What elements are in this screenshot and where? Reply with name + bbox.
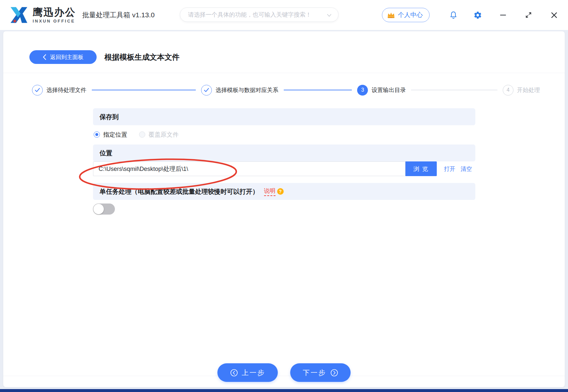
gear-icon (473, 11, 482, 20)
radio-specified-label: 指定位置 (103, 130, 127, 139)
brand: 鹰迅办公 INXUN OFFICE (8, 5, 76, 25)
path-links: 打开 清空 (444, 161, 475, 176)
function-search-select[interactable] (180, 8, 339, 22)
minimize-icon (500, 12, 506, 18)
page-header: 返回到主面板 根据模板生成文本文件 (3, 31, 565, 73)
step-indicator: 选择待处理文件 选择模板与数据对应关系 3 设置输出目录 4 开始处理 (3, 84, 565, 96)
search-input[interactable] (188, 11, 324, 18)
clear-path-link[interactable]: 清空 (461, 165, 472, 173)
previous-step-label: 上一步 (242, 368, 265, 377)
radio-unselected-icon[interactable] (139, 131, 145, 138)
page-title: 根据模板生成文本文件 (104, 52, 180, 62)
minimize-button[interactable] (497, 9, 509, 21)
help-question-icon[interactable]: ? (277, 188, 284, 195)
app-logo-icon (8, 5, 29, 25)
user-center-button[interactable]: 个人中心 (382, 8, 430, 22)
brand-name-cn: 鹰迅办公 (33, 7, 76, 18)
explanation-link[interactable]: 说明 (264, 187, 276, 196)
settings-form: 保存到 指定位置 覆盖原文件 位置 浏 览 打开 清空 单任务处理（电脑配置较差… (93, 108, 475, 215)
step-4-number: 4 (503, 85, 513, 96)
settings-button[interactable] (472, 9, 483, 21)
step-1-label: 选择待处理文件 (46, 86, 87, 94)
step-4-label: 开始处理 (517, 86, 540, 94)
single-task-label: 单任务处理（电脑配置较差或批量处理较慢时可以打开） (100, 187, 259, 196)
back-to-dashboard-button[interactable]: 返回到主面板 (29, 50, 97, 64)
step-connector (284, 90, 352, 90)
chevron-down-icon[interactable] (327, 14, 332, 17)
step-3-label: 设置输出目录 (371, 86, 406, 94)
single-task-header: 单任务处理（电脑配置较差或批量处理较慢时可以打开） 说明 ? (93, 183, 475, 200)
radio-specified-location[interactable]: 指定位置 (94, 130, 127, 139)
back-button-label: 返回到主面板 (50, 53, 84, 61)
chevron-left-icon (43, 54, 46, 60)
radio-selected-icon[interactable] (94, 131, 100, 138)
step-1-check-icon (32, 85, 43, 96)
step-2-check-icon (201, 85, 212, 96)
location-header: 位置 (93, 144, 475, 161)
next-step-button[interactable]: 下一步 (290, 363, 351, 382)
output-path-input[interactable] (93, 161, 405, 176)
save-to-options: 指定位置 覆盖原文件 (93, 130, 475, 139)
radio-overwrite-original[interactable]: 覆盖原文件 (139, 130, 179, 139)
crown-icon (387, 11, 395, 19)
resize-icon (525, 11, 532, 19)
open-folder-link[interactable]: 打开 (444, 165, 455, 173)
window-bottom-edge (0, 389, 568, 392)
maximize-button[interactable] (523, 9, 534, 21)
next-step-label: 下一步 (303, 368, 326, 377)
step-connector (92, 90, 196, 90)
notification-button[interactable] (448, 9, 459, 21)
step-4: 4 开始处理 (503, 85, 540, 96)
brand-name-en: INXUN OFFICE (33, 18, 76, 24)
circle-chevron-right-icon (330, 369, 338, 377)
previous-step-button[interactable]: 上一步 (217, 363, 278, 382)
app-title: 批量处理工具箱 v1.13.0 (82, 10, 155, 20)
footer-navigation: 上一步 下一步 (3, 363, 565, 382)
close-button[interactable] (548, 9, 560, 21)
close-icon (551, 12, 558, 19)
single-task-toggle[interactable] (93, 204, 115, 215)
browse-button[interactable]: 浏 览 (405, 161, 437, 176)
step-connector (411, 90, 497, 90)
step-3: 3 设置输出目录 (357, 85, 406, 96)
main-panel: 返回到主面板 根据模板生成文本文件 选择待处理文件 选择模板与数据对应关系 3 … (3, 31, 565, 387)
toggle-knob[interactable] (93, 204, 104, 214)
radio-overwrite-label: 覆盖原文件 (149, 130, 179, 139)
circle-chevron-left-icon (230, 369, 238, 377)
save-to-header: 保存到 (93, 108, 475, 125)
bell-icon (449, 11, 458, 20)
step-2: 选择模板与数据对应关系 (201, 85, 278, 96)
brand-text: 鹰迅办公 INXUN OFFICE (33, 7, 76, 24)
step-1: 选择待处理文件 (32, 85, 87, 96)
user-center-label: 个人中心 (398, 11, 423, 19)
window-controls: 个人中心 (382, 0, 560, 30)
step-3-number: 3 (357, 85, 368, 96)
top-bar: 鹰迅办公 INXUN OFFICE 批量处理工具箱 v1.13.0 个人中心 (0, 0, 568, 30)
output-path-row: 浏 览 打开 清空 (93, 161, 475, 176)
step-2-label: 选择模板与数据对应关系 (215, 86, 278, 94)
